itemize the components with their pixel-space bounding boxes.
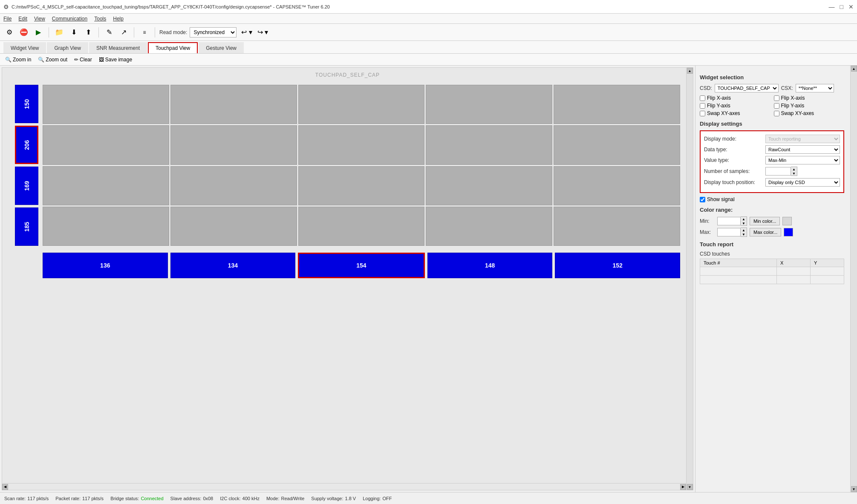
cursor-button[interactable]: ✎ <box>103 26 115 38</box>
show-signal-row[interactable]: Show signal <box>700 196 844 202</box>
csd-select[interactable]: TOUCHPAD_SELF_CAP <box>715 84 779 92</box>
swap-xy-checkbox-2[interactable] <box>774 111 779 116</box>
max-value-input[interactable]: 100 <box>717 228 741 236</box>
minimize-button[interactable]: — <box>829 3 835 10</box>
num-samples-input[interactable]: 1000 <box>765 167 791 176</box>
scan-rate-label: Scan rate: <box>4 496 26 501</box>
clear-button[interactable]: ✏ Clear <box>72 56 94 63</box>
horizontal-scrollbar[interactable]: ◀ ▶ <box>2 483 686 490</box>
menu-tools[interactable]: Tools <box>94 16 106 22</box>
checkbox-grid: Flip X-axis Flip X-axis Flip Y-axis Flip… <box>700 95 844 116</box>
scroll-right-button[interactable]: ▶ <box>680 484 686 490</box>
scroll-up-button[interactable]: ▲ <box>687 68 693 74</box>
scroll-down-button[interactable]: ▼ <box>687 484 693 490</box>
touch-cell-empty-3 <box>811 267 844 276</box>
max-down[interactable]: ▼ <box>741 232 747 236</box>
flip-y-checkbox-2[interactable] <box>774 103 779 109</box>
y-bar-2[interactable]: 169 <box>15 167 38 205</box>
min-up[interactable]: ▲ <box>741 217 747 221</box>
download-button[interactable]: ⬇ <box>68 26 80 38</box>
report-button[interactable]: ≡ <box>139 26 150 38</box>
y-bar-3[interactable]: 185 <box>15 207 38 246</box>
scroll-left-button[interactable]: ◀ <box>2 484 8 490</box>
folder-open-button[interactable]: 📁 <box>53 26 65 38</box>
num-samples-up[interactable]: ▲ <box>791 167 797 171</box>
flip-y-axis-csd[interactable]: Flip Y-axis <box>700 103 770 109</box>
flip-y-axis-csx[interactable]: Flip Y-axis <box>774 103 845 109</box>
flip-x-axis-csx[interactable]: Flip X-axis <box>774 95 845 101</box>
grid-cell-0-3 <box>426 85 552 124</box>
menu-file[interactable]: File <box>3 16 12 22</box>
app-icon: ⚙ <box>3 3 9 10</box>
num-samples-down[interactable]: ▼ <box>791 171 797 176</box>
show-signal-checkbox[interactable] <box>700 197 705 202</box>
csx-select[interactable]: **None** <box>796 84 834 92</box>
data-type-select[interactable]: RawCount <box>765 145 840 154</box>
grid-cell-0-2 <box>298 85 425 124</box>
y-axis-bars: 150 206 169 185 <box>15 85 38 246</box>
tab-graph-view[interactable]: Graph View <box>47 42 88 53</box>
zoom-in-button[interactable]: 🔍 Zoom in <box>3 56 33 63</box>
menu-view[interactable]: View <box>34 16 45 22</box>
maximize-button[interactable]: □ <box>840 3 843 10</box>
vertical-scrollbar[interactable]: ▲ ▼ <box>686 68 693 490</box>
swap-xy-axes-csx[interactable]: Swap XY-axes <box>774 110 845 116</box>
settings-button[interactable]: ⚙ <box>3 26 15 38</box>
grid-cell-3-4 <box>554 207 680 246</box>
grid-cell-1-2 <box>298 125 425 164</box>
grid-cell-3-2 <box>298 207 425 246</box>
right-scroll-down[interactable]: ▼ <box>851 486 857 492</box>
i2c-clock-label: I2C clock: <box>220 496 240 501</box>
swap-xy-axes-csd[interactable]: Swap XY-axes <box>700 110 770 116</box>
touch-col-y: Y <box>811 259 844 267</box>
clear-icon: ✏ <box>74 57 78 63</box>
flip-y-checkbox-1[interactable] <box>700 103 705 109</box>
min-down[interactable]: ▼ <box>741 221 747 225</box>
display-mode-select[interactable]: Touch reporting <box>765 135 840 143</box>
stop-button[interactable]: ⛔ <box>18 26 30 38</box>
tab-gesture-view[interactable]: Gesture View <box>199 42 244 53</box>
menu-edit[interactable]: Edit <box>18 16 27 22</box>
save-image-button[interactable]: 🖼 Save image <box>97 56 134 63</box>
tab-snr-measurement[interactable]: SNR Measurement <box>89 42 147 53</box>
read-mode-select[interactable]: Synchronized <box>190 27 237 37</box>
zoom-out-button[interactable]: 🔍 Zoom out <box>36 56 69 63</box>
min-color-button[interactable]: Min color... <box>750 217 780 225</box>
flip-x-checkbox-1[interactable] <box>700 95 705 101</box>
menu-help[interactable]: Help <box>113 16 124 22</box>
grid-cell-1-1 <box>170 125 297 164</box>
menu-communication[interactable]: Communication <box>52 16 87 22</box>
right-panel-scrollbar[interactable]: ▲ ▼ <box>850 66 857 492</box>
tab-touchpad-view[interactable]: Touchpad View <box>148 42 198 53</box>
right-scroll-up[interactable]: ▲ <box>851 66 857 72</box>
min-value-input[interactable]: 0 <box>717 217 741 225</box>
flip-x-axis-csd[interactable]: Flip X-axis <box>700 95 770 101</box>
export-button[interactable]: ↗ <box>118 26 130 38</box>
redo-button[interactable]: ↪ ▾ <box>255 27 270 37</box>
y-bar-0[interactable]: 150 <box>15 85 38 123</box>
flip-x-checkbox-2[interactable] <box>774 95 779 101</box>
separator-4 <box>155 27 155 37</box>
x-bar-2[interactable]: 154 <box>298 253 425 278</box>
value-type-select[interactable]: Max-Min <box>765 156 840 164</box>
slave-address-label: Slave address: <box>170 496 202 501</box>
display-touch-select[interactable]: Display only CSD <box>765 178 840 187</box>
x-bar-1[interactable]: 134 <box>170 253 296 278</box>
max-up[interactable]: ▲ <box>741 228 747 232</box>
touchpad-panel: ▲ ▼ TOUCHPAD_SELF_CAP 150 206 169 185 <box>2 67 693 490</box>
swap-xy-checkbox-1[interactable] <box>700 111 705 116</box>
upload-button[interactable]: ⬆ <box>82 26 94 38</box>
tab-widget-view[interactable]: Widget View <box>3 42 46 53</box>
grid-cell-2-4 <box>554 166 680 205</box>
play-button[interactable]: ▶ <box>32 26 44 38</box>
x-bar-3[interactable]: 148 <box>427 253 553 278</box>
y-bar-1[interactable]: 206 <box>15 126 38 164</box>
close-button[interactable]: ✕ <box>848 3 854 10</box>
undo-button[interactable]: ↩ ▾ <box>239 27 254 37</box>
touch-cell-empty-4 <box>700 276 777 284</box>
max-label: Max: <box>700 229 715 235</box>
max-color-button[interactable]: Max color... <box>750 228 781 236</box>
grid-cell-2-0 <box>43 166 169 205</box>
x-bar-4[interactable]: 152 <box>555 253 680 278</box>
x-bar-0[interactable]: 136 <box>43 253 168 278</box>
